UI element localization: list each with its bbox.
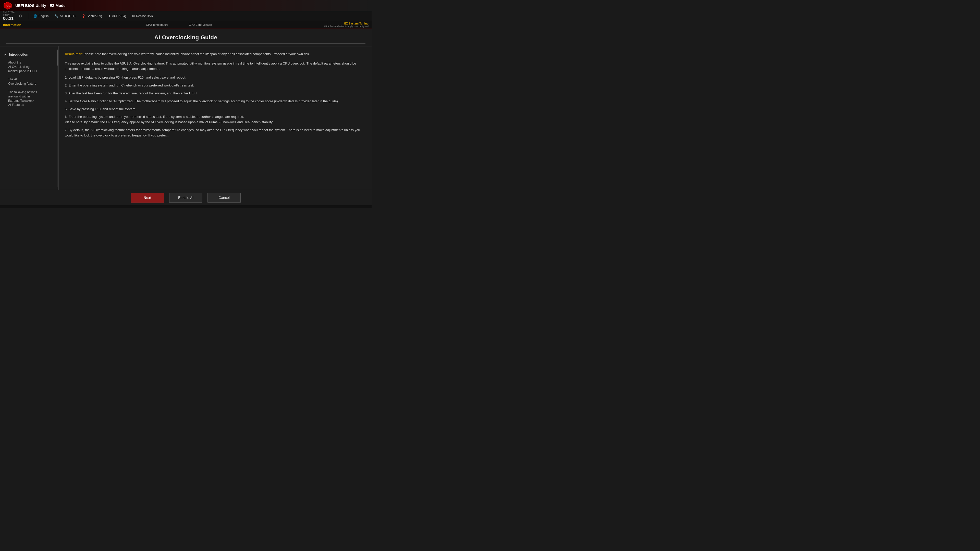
- step-2: 2. Enter the operating system and run Ci…: [65, 83, 366, 88]
- step-1: 1. Load UEFI defaults by pressing F5, th…: [65, 75, 366, 80]
- section-arrow: ►: [4, 53, 7, 56]
- section-title-label: Introduction: [9, 52, 28, 56]
- date-display: 09/27/2024 Friday: [3, 11, 14, 16]
- page-title: AI Overclocking Guide: [6, 34, 366, 41]
- infobar-center: CPU Temperature CPU Core Voltage: [34, 23, 324, 26]
- cpu-voltage-label: CPU Core Voltage: [189, 23, 212, 26]
- next-button[interactable]: Next: [131, 193, 164, 203]
- step-3: 3. After the test has been run for the d…: [65, 91, 366, 96]
- disclaimer-block: Disclaimer: Please note that overclockin…: [65, 52, 366, 57]
- nav-aura[interactable]: ✦ AURA(F4): [105, 14, 129, 18]
- infobar: Information CPU Temperature CPU Core Vol…: [0, 21, 372, 29]
- sidebar-item-options[interactable]: The following options are found within E…: [0, 88, 59, 109]
- resize-icon: ⊞: [132, 14, 135, 18]
- sidebar-scrollbar-track[interactable]: [57, 49, 58, 187]
- time-display: 00:21: [3, 16, 14, 21]
- nav-resize-bar[interactable]: ⊞ ReSize BAR: [129, 14, 156, 18]
- datetime-display: 09/27/2024 Friday 00:21: [3, 11, 14, 21]
- oc-icon: 🔧: [55, 14, 59, 18]
- info-label: Information: [3, 23, 34, 27]
- page-title-area: AI Overclocking Guide: [0, 29, 372, 46]
- cpu-temp-label: CPU Temperature: [146, 23, 169, 26]
- header-bar: ROG UEFI BIOS Utility - EZ Mode: [0, 0, 372, 11]
- topbar-nav: 🌐 English 🔧 AI OC(F11) ❓ Search(F9) ✦ AU…: [30, 14, 156, 18]
- ez-tuning-label: EZ System Tuning Click the icon below to…: [324, 22, 369, 27]
- svg-text:ROG: ROG: [5, 5, 11, 7]
- sidebar-item-ai-feature[interactable]: The AI Overclocking feature: [0, 75, 59, 88]
- sidebar: ► Introduction About the AI Overclocking…: [0, 46, 59, 190]
- nav-search[interactable]: ❓ Search(F9): [79, 14, 105, 18]
- globe-icon: 🌐: [33, 14, 37, 18]
- sidebar-scrollbar-thumb[interactable]: [57, 50, 58, 65]
- search-icon: ❓: [82, 14, 86, 18]
- step-4: 4. Set the Core Ratio function to 'AI Op…: [65, 99, 366, 104]
- button-area: Next Enable AI Cancel: [0, 190, 372, 205]
- sidebar-section-introduction[interactable]: ► Introduction: [0, 51, 59, 59]
- nav-ai-oc[interactable]: 🔧 AI OC(F11): [52, 14, 78, 18]
- nav-language[interactable]: 🌐 English: [30, 14, 52, 18]
- app-title: UEFI BIOS Utility - EZ Mode: [15, 3, 369, 8]
- enable-ai-button[interactable]: Enable AI: [169, 193, 202, 203]
- cancel-button[interactable]: Cancel: [207, 193, 241, 203]
- aura-icon: ✦: [108, 14, 111, 18]
- step-5: 5. Save by pressing F10, and reboot the …: [65, 106, 366, 112]
- settings-icon[interactable]: ⚙: [19, 14, 22, 18]
- content-panel: Disclaimer: Please note that overclockin…: [59, 46, 372, 190]
- intro-paragraph: This guide explains how to utilize the A…: [65, 61, 366, 72]
- sidebar-item-about[interactable]: About the AI Overclocking monitor pane i…: [0, 59, 59, 75]
- step-7: 7. By default, the AI Overclocking featu…: [65, 127, 366, 138]
- disclaimer-label: Disclaimer:: [65, 52, 83, 56]
- body-layout: ► Introduction About the AI Overclocking…: [0, 46, 372, 190]
- rog-logo: ROG: [3, 1, 12, 10]
- disclaimer-text: Please note that overclocking can void w…: [83, 52, 310, 56]
- title-divider: [6, 43, 366, 44]
- topbar: 09/27/2024 Friday 00:21 ⚙ 🌐 English 🔧 AI…: [0, 11, 372, 21]
- footer: Q-Dashboard(Insert) Default(F5) Save & E…: [0, 205, 372, 208]
- step-6: 6. Enter the operating system and rerun …: [65, 114, 366, 125]
